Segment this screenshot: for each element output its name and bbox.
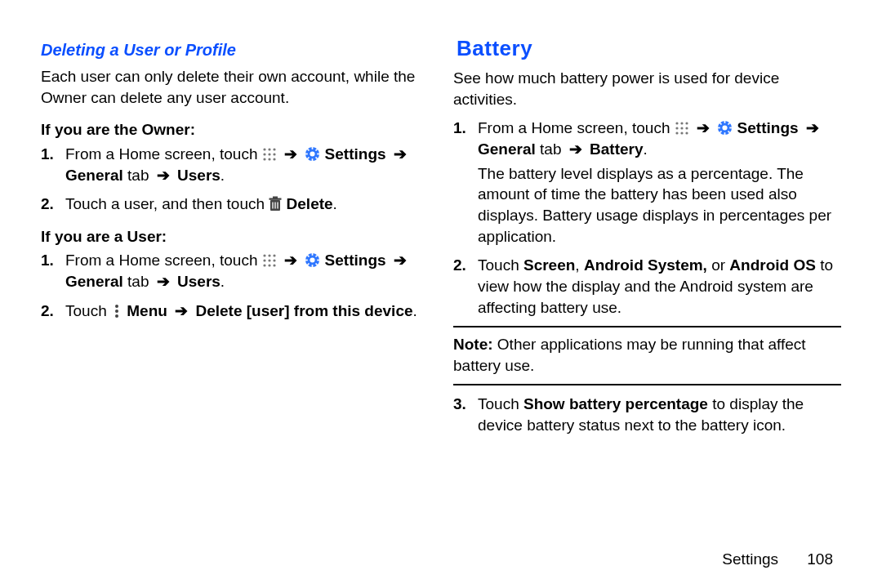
svg-point-57: [723, 126, 728, 131]
svg-point-44: [115, 305, 118, 308]
apps-icon: [675, 121, 689, 136]
svg-point-54: [680, 132, 683, 135]
arrow-icon: ➔: [154, 165, 173, 186]
svg-point-53: [675, 132, 678, 135]
arrow-icon: ➔: [390, 250, 410, 271]
svg-point-48: [680, 122, 683, 125]
arrow-icon: ➔: [390, 144, 410, 165]
svg-point-2: [273, 148, 275, 150]
svg-point-25: [263, 255, 265, 257]
users-label: Users: [177, 167, 220, 184]
svg-point-47: [675, 122, 678, 125]
svg-point-1: [268, 148, 270, 150]
svg-point-45: [115, 310, 118, 313]
left-column: Deleting a User or Profile Each user can…: [41, 33, 441, 565]
svg-point-27: [273, 255, 275, 257]
svg-point-55: [685, 132, 688, 135]
battery-label: Battery: [590, 140, 643, 158]
battery-step-2: 2. Touch Screen, Android System, or Andr…: [478, 255, 841, 318]
svg-point-0: [263, 148, 265, 150]
intro-paragraph: Each user can only delete their own acco…: [41, 66, 429, 108]
user-step-1: 1. From a Home screen, touch ➔ Settings …: [65, 250, 429, 292]
right-column: Battery See how much battery power is us…: [441, 33, 841, 565]
arrow-icon: ➔: [172, 301, 191, 322]
svg-point-49: [685, 122, 688, 125]
owner-step-1: 1. From a Home screen, touch ➔ Settings …: [65, 144, 429, 185]
footer-section: Settings: [722, 550, 778, 568]
battery-step-3: 3. Touch Show battery percentage to disp…: [478, 394, 841, 435]
subheading-deleting-user: Deleting a User or Profile: [41, 39, 429, 61]
svg-point-30: [273, 260, 275, 262]
gear-icon: [717, 120, 733, 136]
svg-point-7: [268, 158, 270, 160]
note-label: Note:: [453, 336, 493, 353]
arrow-icon: ➔: [154, 271, 173, 292]
svg-point-31: [263, 265, 265, 267]
battery-step-1: 1. From a Home screen, touch ➔ Settings …: [478, 118, 841, 247]
arrow-icon: ➔: [693, 118, 713, 139]
user-steps: 1. From a Home screen, touch ➔ Settings …: [41, 250, 429, 321]
svg-point-51: [680, 127, 683, 130]
svg-point-6: [263, 158, 265, 160]
svg-point-35: [310, 258, 315, 263]
settings-label: Settings: [325, 145, 386, 163]
battery-step-1-detail: The battery level displays as a percenta…: [478, 165, 831, 245]
arrow-icon: ➔: [281, 144, 301, 165]
page-footer: Settings 108: [722, 549, 833, 570]
manual-page: Deleting a User or Profile Each user can…: [0, 0, 882, 588]
user-step-2: 2. Touch Menu ➔ Delete [user] from this …: [65, 301, 429, 322]
user-heading: If you are a User:: [41, 226, 429, 247]
svg-point-52: [685, 127, 688, 130]
menu-label: Menu: [127, 302, 167, 319]
svg-point-10: [310, 151, 315, 156]
svg-point-4: [268, 153, 270, 155]
svg-point-8: [273, 158, 275, 160]
svg-rect-21: [273, 197, 278, 199]
battery-steps-cont: 3. Touch Show battery percentage to disp…: [453, 394, 841, 435]
svg-point-50: [675, 127, 678, 130]
arrow-icon: ➔: [566, 139, 586, 160]
general-label: General: [65, 167, 123, 184]
owner-heading: If you are the Owner:: [41, 119, 429, 140]
svg-point-29: [268, 260, 270, 262]
svg-point-32: [268, 265, 270, 267]
battery-steps: 1. From a Home screen, touch ➔ Settings …: [453, 118, 841, 318]
note-body: Other applications may be running that a…: [453, 336, 806, 374]
owner-steps: 1. From a Home screen, touch ➔ Settings …: [41, 144, 429, 215]
arrow-icon: ➔: [803, 118, 822, 139]
svg-point-33: [273, 265, 275, 267]
note-box: Note: Other applications may be running …: [453, 326, 841, 385]
svg-point-5: [273, 153, 275, 155]
svg-point-28: [263, 260, 265, 262]
apps-icon: [262, 253, 277, 268]
footer-page-number: 108: [807, 550, 833, 568]
section-heading-battery: Battery: [457, 34, 841, 63]
apps-icon: [262, 147, 277, 162]
gear-icon: [305, 146, 320, 162]
gear-icon: [305, 252, 320, 268]
svg-point-46: [115, 314, 118, 318]
arrow-icon: ➔: [281, 250, 301, 271]
menu-dots-icon: [111, 303, 122, 318]
owner-step-2: 2. Touch a user, and then touch Delete.: [65, 194, 429, 215]
delete-user-label: Delete [user] from this device: [195, 302, 412, 319]
svg-point-26: [268, 255, 270, 257]
svg-point-3: [263, 153, 265, 155]
delete-label: Delete: [287, 195, 333, 212]
trash-icon: [269, 196, 282, 212]
battery-intro: See how much battery power is used for d…: [453, 68, 841, 109]
